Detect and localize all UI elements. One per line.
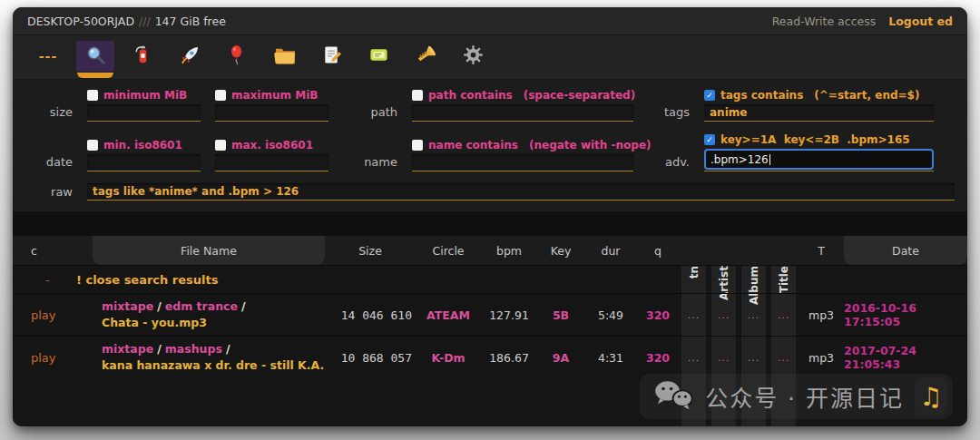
name-row-label: name xyxy=(343,155,397,171)
play-link[interactable]: play xyxy=(31,308,56,322)
name-hint: (negate with -nope) xyxy=(529,139,652,152)
path-contains-label: path contains xyxy=(428,89,513,102)
dir-link[interactable]: mixtape xyxy=(102,299,153,313)
date-tab[interactable]: Date xyxy=(844,236,967,265)
logout-link[interactable]: Logout ed xyxy=(888,15,953,28)
toolbar-extinguisher-button[interactable] xyxy=(123,41,162,72)
tags-field-group: ✓tags contains(^=start, end=$) xyxy=(704,89,934,122)
dir-link[interactable]: mixtape xyxy=(102,342,153,356)
header-plus-album xyxy=(739,236,769,265)
min-size-checkbox[interactable] xyxy=(87,90,98,101)
min-date-input[interactable] xyxy=(87,154,201,171)
title-value: ... xyxy=(769,352,799,364)
trumpet-icon xyxy=(416,44,436,69)
header-date[interactable]: Date xyxy=(844,236,967,265)
quality-value: 320 xyxy=(637,351,679,365)
header-t[interactable]: T xyxy=(799,236,844,265)
hostname: DESKTOP-50ORJAD xyxy=(27,15,134,28)
raw-query-input[interactable] xyxy=(87,183,955,200)
toolbar-balloon-button[interactable] xyxy=(218,41,256,72)
watermark: 公众号 · 开源日记 ♫ xyxy=(640,374,953,419)
header-plus-title xyxy=(769,236,799,265)
name-input[interactable] xyxy=(412,154,633,171)
path-input[interactable] xyxy=(412,104,633,122)
adv-label: key>=1A key<=2B .bpm>165 xyxy=(720,133,910,146)
table-row[interactable]: play mixtape/mashups/ kana hanazawa x dr… xyxy=(13,336,967,378)
artist-value: ... xyxy=(709,352,739,364)
title-value: ... xyxy=(769,309,799,321)
toolbar-pager-button[interactable] xyxy=(359,41,397,72)
name-checkbox[interactable] xyxy=(412,140,423,151)
toolbar-dashes-button[interactable]: --- xyxy=(29,41,67,72)
tags-row-label: tags xyxy=(648,105,690,122)
header-size[interactable]: Size xyxy=(325,236,416,265)
tn-value: ... xyxy=(679,352,709,364)
max-size-field-group: maximum MiB xyxy=(215,89,328,122)
date-value: 2016-10-16 17:15:05 xyxy=(844,301,967,328)
adv-underline xyxy=(704,171,934,171)
header-q[interactable]: q xyxy=(637,236,679,265)
header-file-name[interactable]: File Name xyxy=(93,236,325,265)
toolbar-rocket-button[interactable] xyxy=(171,41,209,72)
adv-checkbox[interactable]: ✓ xyxy=(704,134,715,145)
tags-checkbox[interactable]: ✓ xyxy=(704,90,715,101)
key-value: 9A xyxy=(537,351,584,365)
close-search-results-label[interactable]: ! close search results xyxy=(76,273,218,287)
raw-row-label: raw xyxy=(27,185,73,199)
date-row-label: date xyxy=(27,155,73,171)
host-info: DESKTOP-50ORJAD///147 GiB free xyxy=(27,15,226,28)
max-size-input[interactable] xyxy=(215,104,328,122)
path-slash: / xyxy=(241,299,246,313)
header-circle[interactable]: Circle xyxy=(416,236,481,265)
header-dur[interactable]: dur xyxy=(584,236,637,265)
play-link[interactable]: play xyxy=(31,351,56,365)
adv-input[interactable]: .bpm>126 xyxy=(704,149,934,170)
max-date-input[interactable] xyxy=(215,154,328,171)
min-date-checkbox[interactable] xyxy=(87,140,98,151)
header-bpm[interactable]: bpm xyxy=(481,236,537,265)
date-value: 2017-07-24 21:05:43 xyxy=(844,344,967,371)
memo-icon xyxy=(321,44,342,69)
min-size-input[interactable] xyxy=(87,104,201,122)
close-search-results-row[interactable]: - ! close search results xyxy=(13,265,967,293)
tags-contains-label: tags contains xyxy=(720,89,803,102)
adv-input-value: .bpm>126 xyxy=(710,153,769,166)
toolbar-search-button[interactable] xyxy=(76,41,114,72)
header-c[interactable]: c xyxy=(13,236,93,265)
file-name: Chata - you.mp3 xyxy=(102,315,207,331)
app-window: DESKTOP-50ORJAD///147 GiB free Read-Writ… xyxy=(13,7,967,426)
dir-link[interactable]: mashups xyxy=(165,342,222,356)
size-row-label: size xyxy=(27,105,73,122)
path-row-label: path xyxy=(343,105,397,122)
max-size-label: maximum MiB xyxy=(231,89,318,102)
close-row-dash: - xyxy=(13,273,76,287)
path-field-group: path contains(space-separated) xyxy=(412,89,633,122)
type-value: mp3 xyxy=(799,308,844,322)
file-cell: mixtape/edm trance/ Chata - you.mp3 xyxy=(93,298,325,331)
music-note-icon: ♫ xyxy=(915,377,947,416)
key-value: 5B xyxy=(537,308,584,322)
path-checkbox[interactable] xyxy=(412,90,423,101)
min-size-field-group: minimum MiB xyxy=(87,89,201,122)
toolbar-trumpet-button[interactable] xyxy=(407,41,445,72)
max-date-label: max. iso8601 xyxy=(231,139,313,152)
size-value: 10 868 057 xyxy=(325,351,416,365)
file-name: kana hanazawa x dr. dre - still K.A.N.A.… xyxy=(102,357,325,374)
toolbar-memo-button[interactable] xyxy=(312,41,350,72)
toolbar-folder-button[interactable] xyxy=(265,41,303,72)
path-slash: / xyxy=(226,342,230,356)
dir-link[interactable]: edm trance xyxy=(165,299,238,313)
min-size-label: minimum MiB xyxy=(103,89,187,102)
toolbar-settings-button[interactable] xyxy=(454,41,492,72)
file-name-tab[interactable]: File Name xyxy=(93,236,325,265)
max-size-checkbox[interactable] xyxy=(215,90,226,101)
path-slash: / xyxy=(157,342,162,356)
table-row[interactable]: play mixtape/edm trance/ Chata - you.mp3… xyxy=(13,293,967,336)
quality-value: 320 xyxy=(637,308,679,322)
max-date-checkbox[interactable] xyxy=(215,140,226,151)
table-header: c File Name Size Circle bpm Key dur q T … xyxy=(13,236,967,265)
search-icon xyxy=(85,44,106,69)
wechat-icon xyxy=(652,379,694,415)
tags-input[interactable] xyxy=(704,104,934,122)
header-key[interactable]: Key xyxy=(537,236,584,265)
